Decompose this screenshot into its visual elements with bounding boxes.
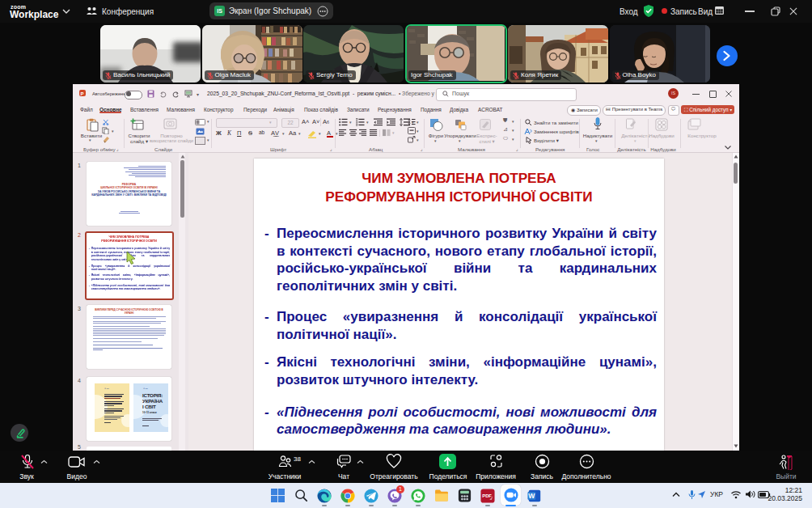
svg-text:W: W: [528, 492, 535, 500]
svg-text:PDF: PDF: [482, 493, 492, 498]
